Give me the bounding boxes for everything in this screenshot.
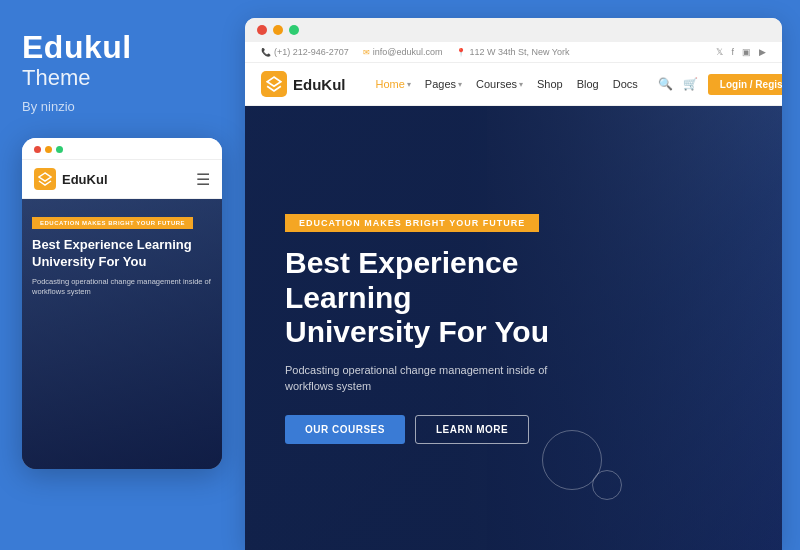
twitter-icon[interactable]: 𝕏 <box>716 47 723 57</box>
learn-more-button[interactable]: LEARN MORE <box>415 415 529 444</box>
hero-title-line1: Best Experience Learning <box>285 246 518 314</box>
nav-link-shop[interactable]: Shop <box>537 78 563 90</box>
mobile-hero-title: Best Experience Learning University For … <box>22 237 222 271</box>
location-icon: 📍 <box>456 48 466 57</box>
brand-subtitle: Theme <box>22 65 223 91</box>
hero-description: Podcasting operational change management… <box>285 362 554 395</box>
email-icon: ✉ <box>363 48 370 57</box>
brand-title: Edukul <box>22 30 223 65</box>
topbar-phone: 📞 (+1) 212-946-2707 <box>261 47 349 57</box>
hero-badge: EDUCATION MAKES BRIGHT YOUR FUTURE <box>285 214 539 232</box>
brand-author: By ninzio <box>22 99 223 114</box>
mobile-mockup: EduKul ☰ EDUCATION MAKES BRIGHT YOUR FUT… <box>22 138 222 469</box>
mobile-logo: EduKul <box>34 168 108 190</box>
nav-link-blog[interactable]: Blog <box>577 78 599 90</box>
left-panel: Edukul Theme By ninzio EduKul ☰ <box>0 0 245 550</box>
nav-actions: 🔍 🛒 Login / Register <box>658 74 782 95</box>
hero-content: EDUCATION MAKES BRIGHT YOUR FUTURE Best … <box>245 212 594 444</box>
mobile-dot-red <box>34 146 41 153</box>
topbar-address: 📍 112 W 34th St, New York <box>456 47 569 57</box>
title-dot-red <box>257 25 267 35</box>
nav-logo-text: EduKul <box>293 76 346 93</box>
desktop-mockup: 📞 (+1) 212-946-2707 ✉ info@edukul.com 📍 … <box>245 18 782 550</box>
our-courses-button[interactable]: OUR COURSES <box>285 415 405 444</box>
nav-logo[interactable]: EduKul <box>261 71 346 97</box>
mobile-dot-yellow <box>45 146 52 153</box>
title-dot-green <box>289 25 299 35</box>
nav-link-pages[interactable]: Pages ▾ <box>425 78 462 90</box>
chevron-down-icon: ▾ <box>519 80 523 89</box>
topbar-social: 𝕏 f ▣ ▶ <box>716 47 766 57</box>
chevron-down-icon: ▾ <box>407 80 411 89</box>
nav-links: Home ▾ Pages ▾ Courses ▾ Shop Blog Docs <box>376 78 638 90</box>
chevron-down-icon: ▾ <box>458 80 462 89</box>
search-icon[interactable]: 🔍 <box>658 77 673 91</box>
desktop-topbar: 📞 (+1) 212-946-2707 ✉ info@edukul.com 📍 … <box>245 42 782 63</box>
mobile-title-bar <box>22 138 222 160</box>
facebook-icon[interactable]: f <box>731 47 734 57</box>
desktop-title-bar <box>245 18 782 42</box>
mobile-logo-text: EduKul <box>62 172 108 187</box>
nav-logo-icon <box>261 71 287 97</box>
nav-link-home[interactable]: Home ▾ <box>376 78 411 90</box>
youtube-icon[interactable]: ▶ <box>759 47 766 57</box>
topbar-email: ✉ info@edukul.com <box>363 47 443 57</box>
cart-icon[interactable]: 🛒 <box>683 77 698 91</box>
topbar-left: 📞 (+1) 212-946-2707 ✉ info@edukul.com 📍 … <box>261 47 570 57</box>
title-dot-yellow <box>273 25 283 35</box>
hero-title: Best Experience Learning University For … <box>285 246 554 350</box>
instagram-icon[interactable]: ▣ <box>742 47 751 57</box>
desktop-hero: EDUCATION MAKES BRIGHT YOUR FUTURE Best … <box>245 106 782 550</box>
phone-icon: 📞 <box>261 48 271 57</box>
hero-buttons: OUR COURSES LEARN MORE <box>285 415 554 444</box>
login-register-button[interactable]: Login / Register <box>708 74 782 95</box>
hero-title-line2: University For You <box>285 315 549 348</box>
deco-circle-2 <box>592 470 622 500</box>
mobile-logo-icon <box>34 168 56 190</box>
mobile-nav: EduKul ☰ <box>22 160 222 199</box>
mobile-hamburger-icon[interactable]: ☰ <box>196 170 210 189</box>
mobile-hero-badge: EDUCATION MAKES BRIGHT YOUR FUTURE <box>32 217 193 229</box>
mobile-dot-green <box>56 146 63 153</box>
nav-link-docs[interactable]: Docs <box>613 78 638 90</box>
mobile-hero-subtitle: Podcasting operational change management… <box>22 271 222 304</box>
nav-link-courses[interactable]: Courses ▾ <box>476 78 523 90</box>
desktop-nav: EduKul Home ▾ Pages ▾ Courses ▾ Shop Blo… <box>245 63 782 106</box>
mobile-hero: EDUCATION MAKES BRIGHT YOUR FUTURE Best … <box>22 199 222 469</box>
